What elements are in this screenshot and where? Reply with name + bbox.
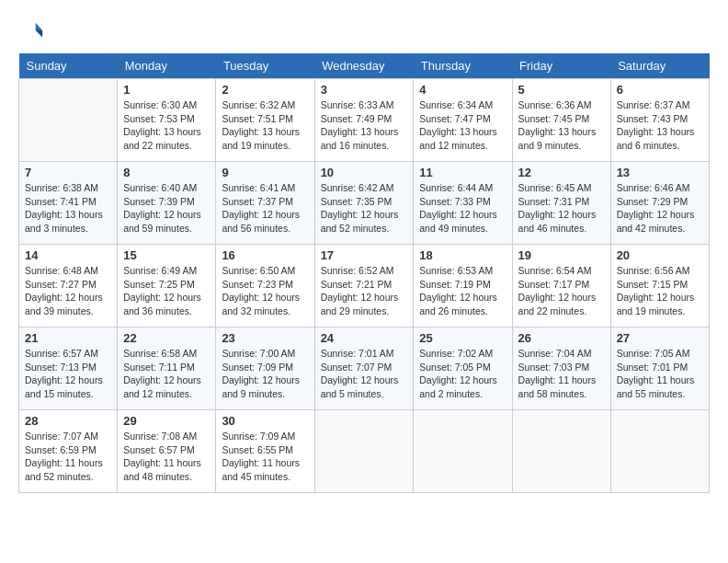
calendar-week-row: 1Sunrise: 6:30 AMSunset: 7:53 PMDaylight… bbox=[19, 79, 710, 162]
day-number: 2 bbox=[222, 83, 308, 97]
day-number: 14 bbox=[25, 248, 111, 262]
day-info: Sunrise: 6:32 AMSunset: 7:51 PMDaylight:… bbox=[222, 98, 308, 153]
day-info: Sunrise: 6:45 AMSunset: 7:31 PMDaylight:… bbox=[518, 181, 605, 236]
day-info: Sunrise: 6:42 AMSunset: 7:35 PMDaylight:… bbox=[321, 181, 408, 236]
day-info: Sunrise: 6:49 AMSunset: 7:25 PMDaylight:… bbox=[123, 264, 210, 318]
day-number: 29 bbox=[123, 414, 210, 428]
calendar-cell: 4Sunrise: 6:34 AMSunset: 7:47 PMDaylight… bbox=[414, 79, 512, 162]
calendar-cell bbox=[19, 79, 118, 162]
weekday-header-tuesday: Tuesday bbox=[216, 53, 314, 79]
day-number: 11 bbox=[419, 166, 506, 179]
weekday-header-saturday: Saturday bbox=[610, 53, 709, 79]
day-number: 28 bbox=[25, 414, 111, 428]
calendar-cell bbox=[512, 410, 610, 493]
day-number: 20 bbox=[617, 248, 703, 262]
day-number: 24 bbox=[321, 331, 408, 345]
day-number: 4 bbox=[419, 83, 506, 97]
day-info: Sunrise: 6:41 AMSunset: 7:37 PMDaylight:… bbox=[222, 181, 308, 236]
calendar: SundayMondayTuesdayWednesdayThursdayFrid… bbox=[18, 53, 710, 493]
weekday-header-sunday: Sunday bbox=[19, 53, 118, 79]
day-number: 10 bbox=[321, 166, 408, 179]
day-info: Sunrise: 6:48 AMSunset: 7:27 PMDaylight:… bbox=[25, 264, 111, 318]
day-number: 25 bbox=[419, 331, 506, 345]
weekday-header-friday: Friday bbox=[512, 53, 610, 79]
day-info: Sunrise: 6:30 AMSunset: 7:53 PMDaylight:… bbox=[123, 98, 210, 153]
logo bbox=[18, 18, 46, 44]
calendar-cell: 22Sunrise: 6:58 AMSunset: 7:11 PMDayligh… bbox=[118, 327, 216, 410]
day-info: Sunrise: 6:58 AMSunset: 7:11 PMDaylight:… bbox=[123, 347, 210, 401]
calendar-cell: 8Sunrise: 6:40 AMSunset: 7:39 PMDaylight… bbox=[118, 162, 216, 245]
calendar-cell: 12Sunrise: 6:45 AMSunset: 7:31 PMDayligh… bbox=[512, 162, 610, 245]
day-number: 1 bbox=[123, 83, 210, 97]
calendar-cell bbox=[610, 410, 709, 493]
logo-icon bbox=[18, 18, 44, 44]
day-number: 3 bbox=[321, 83, 408, 97]
day-number: 7 bbox=[25, 166, 111, 179]
day-info: Sunrise: 7:05 AMSunset: 7:01 PMDaylight:… bbox=[617, 347, 703, 401]
day-info: Sunrise: 6:46 AMSunset: 7:29 PMDaylight:… bbox=[617, 181, 703, 236]
calendar-cell bbox=[314, 410, 414, 493]
svg-marker-1 bbox=[36, 30, 42, 37]
day-info: Sunrise: 6:53 AMSunset: 7:19 PMDaylight:… bbox=[419, 264, 506, 318]
svg-marker-0 bbox=[36, 23, 42, 30]
calendar-cell: 5Sunrise: 6:36 AMSunset: 7:45 PMDaylight… bbox=[512, 79, 610, 162]
weekday-header-wednesday: Wednesday bbox=[314, 53, 414, 79]
calendar-header-row: SundayMondayTuesdayWednesdayThursdayFrid… bbox=[19, 53, 710, 79]
day-number: 12 bbox=[518, 166, 605, 179]
page-header bbox=[18, 18, 710, 44]
calendar-cell: 14Sunrise: 6:48 AMSunset: 7:27 PMDayligh… bbox=[19, 245, 118, 327]
calendar-cell: 7Sunrise: 6:38 AMSunset: 7:41 PMDaylight… bbox=[19, 162, 118, 245]
calendar-cell: 15Sunrise: 6:49 AMSunset: 7:25 PMDayligh… bbox=[118, 245, 216, 327]
day-info: Sunrise: 7:02 AMSunset: 7:05 PMDaylight:… bbox=[419, 347, 506, 401]
day-info: Sunrise: 6:36 AMSunset: 7:45 PMDaylight:… bbox=[518, 98, 605, 153]
day-info: Sunrise: 7:08 AMSunset: 6:57 PMDaylight:… bbox=[123, 430, 210, 484]
calendar-cell: 19Sunrise: 6:54 AMSunset: 7:17 PMDayligh… bbox=[512, 245, 610, 327]
calendar-cell: 17Sunrise: 6:52 AMSunset: 7:21 PMDayligh… bbox=[314, 245, 414, 327]
calendar-cell: 16Sunrise: 6:50 AMSunset: 7:23 PMDayligh… bbox=[216, 245, 314, 327]
calendar-cell: 25Sunrise: 7:02 AMSunset: 7:05 PMDayligh… bbox=[414, 327, 512, 410]
day-number: 21 bbox=[25, 331, 111, 345]
day-info: Sunrise: 6:44 AMSunset: 7:33 PMDaylight:… bbox=[419, 181, 506, 236]
day-info: Sunrise: 7:01 AMSunset: 7:07 PMDaylight:… bbox=[321, 347, 408, 401]
day-number: 8 bbox=[123, 166, 210, 179]
day-number: 18 bbox=[419, 248, 506, 262]
day-info: Sunrise: 6:50 AMSunset: 7:23 PMDaylight:… bbox=[222, 264, 308, 318]
day-number: 9 bbox=[222, 166, 308, 179]
calendar-cell: 21Sunrise: 6:57 AMSunset: 7:13 PMDayligh… bbox=[19, 327, 118, 410]
calendar-week-row: 14Sunrise: 6:48 AMSunset: 7:27 PMDayligh… bbox=[19, 245, 710, 327]
calendar-cell: 9Sunrise: 6:41 AMSunset: 7:37 PMDaylight… bbox=[216, 162, 314, 245]
calendar-week-row: 28Sunrise: 7:07 AMSunset: 6:59 PMDayligh… bbox=[19, 410, 710, 493]
day-info: Sunrise: 7:04 AMSunset: 7:03 PMDaylight:… bbox=[518, 347, 605, 401]
calendar-cell: 23Sunrise: 7:00 AMSunset: 7:09 PMDayligh… bbox=[216, 327, 314, 410]
day-info: Sunrise: 6:33 AMSunset: 7:49 PMDaylight:… bbox=[321, 98, 408, 153]
calendar-cell: 1Sunrise: 6:30 AMSunset: 7:53 PMDaylight… bbox=[118, 79, 216, 162]
day-number: 6 bbox=[617, 83, 703, 97]
calendar-week-row: 21Sunrise: 6:57 AMSunset: 7:13 PMDayligh… bbox=[19, 327, 710, 410]
day-info: Sunrise: 6:57 AMSunset: 7:13 PMDaylight:… bbox=[25, 347, 111, 401]
day-info: Sunrise: 7:07 AMSunset: 6:59 PMDaylight:… bbox=[25, 430, 111, 484]
day-number: 22 bbox=[123, 331, 210, 345]
calendar-cell: 13Sunrise: 6:46 AMSunset: 7:29 PMDayligh… bbox=[610, 162, 709, 245]
day-number: 27 bbox=[617, 331, 703, 345]
day-number: 16 bbox=[222, 248, 308, 262]
day-number: 23 bbox=[222, 331, 308, 345]
weekday-header-thursday: Thursday bbox=[414, 53, 512, 79]
calendar-cell: 24Sunrise: 7:01 AMSunset: 7:07 PMDayligh… bbox=[314, 327, 414, 410]
day-number: 30 bbox=[222, 414, 308, 428]
day-number: 15 bbox=[123, 248, 210, 262]
day-info: Sunrise: 6:52 AMSunset: 7:21 PMDaylight:… bbox=[321, 264, 408, 318]
day-info: Sunrise: 6:37 AMSunset: 7:43 PMDaylight:… bbox=[617, 98, 703, 153]
calendar-cell: 29Sunrise: 7:08 AMSunset: 6:57 PMDayligh… bbox=[118, 410, 216, 493]
calendar-cell: 28Sunrise: 7:07 AMSunset: 6:59 PMDayligh… bbox=[19, 410, 118, 493]
calendar-cell bbox=[414, 410, 512, 493]
day-number: 26 bbox=[518, 331, 605, 345]
calendar-cell: 3Sunrise: 6:33 AMSunset: 7:49 PMDaylight… bbox=[314, 79, 414, 162]
calendar-cell: 30Sunrise: 7:09 AMSunset: 6:55 PMDayligh… bbox=[216, 410, 314, 493]
calendar-cell: 2Sunrise: 6:32 AMSunset: 7:51 PMDaylight… bbox=[216, 79, 314, 162]
day-info: Sunrise: 6:54 AMSunset: 7:17 PMDaylight:… bbox=[518, 264, 605, 318]
day-number: 19 bbox=[518, 248, 605, 262]
day-number: 5 bbox=[518, 83, 605, 97]
day-info: Sunrise: 7:00 AMSunset: 7:09 PMDaylight:… bbox=[222, 347, 308, 401]
calendar-cell: 18Sunrise: 6:53 AMSunset: 7:19 PMDayligh… bbox=[414, 245, 512, 327]
weekday-header-monday: Monday bbox=[118, 53, 216, 79]
